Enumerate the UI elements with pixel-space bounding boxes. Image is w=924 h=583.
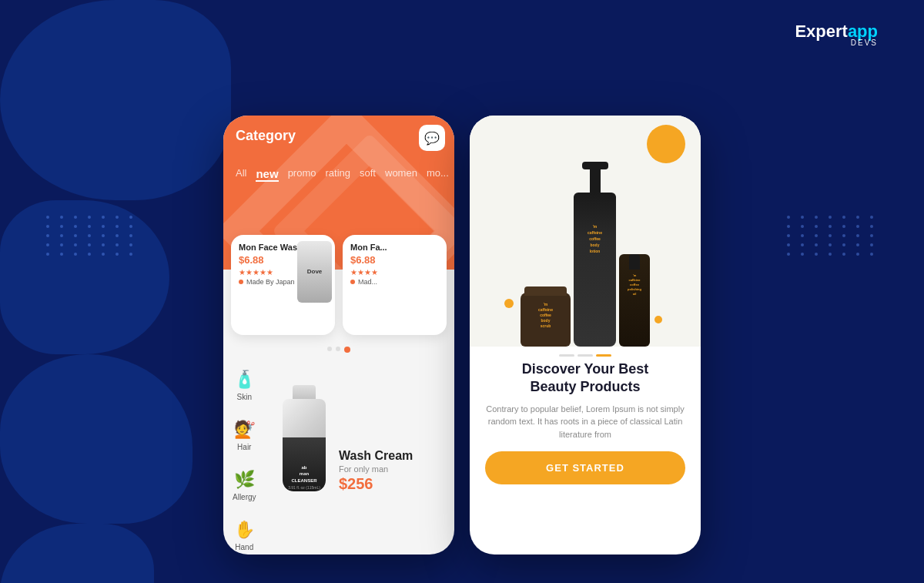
dot-pattern-left [46,216,137,256]
tab-rating[interactable]: rating [326,167,351,182]
tab-more[interactable]: mo... [427,167,449,182]
tab-all[interactable]: All [236,167,246,182]
bottle-label: abmanCLEANSER [283,464,326,484]
tab-promo[interactable]: promo [288,167,316,182]
beauty-title: Discover Your BestBeauty Products [485,360,685,397]
phone-beauty-app: 'mcaffeinecoffeebodyscrub 'mcaffeinecoff… [470,116,701,555]
phone-category-app: Category 💬 All new promo rating soft wom… [223,116,454,555]
phones-container: Category 💬 All new promo rating soft wom… [223,116,701,555]
divider-2[interactable] [578,354,593,357]
category-hand[interactable]: ✋ Hand [233,520,256,551]
bg-blob-topleft [0,0,231,200]
dot-pattern-right [787,216,878,256]
hand-label: Hand [235,543,253,551]
divider-indicator [470,347,701,360]
pump-bottle: 'mcaffeinecoffeebodylotion [574,193,616,347]
wash-cream-bottle: abmanCLEANSER 3.91 fl. oz (115mL) [277,385,331,501]
phone2-content: Discover Your BestBeauty Products Contra… [470,360,701,497]
wash-cream-subtitle: For only man [339,464,447,474]
tab-women[interactable]: women [385,167,417,182]
get-started-button[interactable]: GET STARTED [485,451,685,484]
category-allergy[interactable]: 🌿 Allergy [233,470,256,501]
hair-label: Hair [237,443,251,451]
pump-bottle-container: 'mcaffeinecoffeebodylotion [574,193,616,347]
product2-name: Mon Fa... [350,243,439,252]
bg-blob-bottomleft [0,354,192,524]
wash-cream-price: $256 [339,475,447,493]
indicator-dot-2[interactable] [336,347,340,351]
filter-tabs: All new promo rating soft women mo... [236,167,442,182]
tab-soft[interactable]: soft [360,167,376,182]
allergy-label: Allergy [233,493,256,501]
product-cards-row: Mon Face Wash $6.88 ★★★★★ Made By Japan … [231,235,447,335]
skin-label: Skin [237,393,252,401]
wash-cream-title: Wash Cream [339,449,447,463]
spray-bottle: 'mcaffeinecoffeepolishingoil [619,254,650,347]
hand-icon: ✋ [234,520,255,540]
bottle-cap [293,385,316,400]
indicator-dot-3[interactable] [344,347,350,353]
beauty-products-display: 'mcaffeinecoffeebodyscrub 'mcaffeinecoff… [485,131,685,347]
product-card-1[interactable]: Mon Face Wash $6.88 ★★★★★ Made By Japan … [231,235,335,335]
skin-icon: 🧴 [234,370,255,390]
bottle-size: 3.91 fl. oz (115mL) [283,485,326,490]
chat-icon[interactable]: 💬 [419,125,445,151]
spray-label: 'mcaffeinecoffeepolishingoil [619,273,650,297]
logo-devs-text: DEVS [795,39,878,47]
beauty-description: Contrary to popular belief, Lorem Ipsum … [485,403,685,441]
indicator-dot-1[interactable] [327,347,332,351]
side-categories: 🧴 Skin 💇 Hair 🌿 Allergy ✋ Hand [233,370,256,551]
tab-new[interactable]: new [256,167,278,182]
origin-dot [239,280,243,284]
bottle-dark-part: abmanCLEANSER 3.91 fl. oz (115mL) [283,437,326,491]
spray-cap [629,254,640,270]
pump-head [590,162,601,196]
category-skin[interactable]: 🧴 Skin [233,370,256,401]
scrub-jar-label: 'mcaffeinecoffeebodyscrub [521,302,571,329]
product-card-2[interactable]: Mon Fa... $6.88 ★★★★ Mad... [343,235,447,335]
hair-icon: 💇 [234,420,255,440]
scrub-jar: 'mcaffeinecoffeebodyscrub [521,293,571,347]
product1-image: Dove [297,241,332,303]
allergy-icon: 🌿 [234,470,255,490]
product2-stars: ★★★★ [350,268,439,276]
origin-dot2 [350,280,355,284]
divider-3[interactable] [596,354,611,357]
category-hair[interactable]: 💇 Hair [233,420,256,451]
bottle-body: abmanCLEANSER 3.91 fl. oz (115mL) [283,399,326,491]
divider-1[interactable] [559,354,574,357]
carousel-indicator [327,347,350,353]
category-title: Category [236,128,296,143]
phone2-top-section: 'mcaffeinecoffeebodyscrub 'mcaffeinecoff… [470,116,701,347]
product2-origin: Mad... [350,278,439,286]
wash-cream-info: Wash Cream For only man $256 [339,449,447,501]
wash-cream-product: abmanCLEANSER 3.91 fl. oz (115mL) Wash C… [277,385,447,501]
logo: Expert app DEVS [795,22,878,47]
bg-blob-bottomright [0,524,154,583]
product2-price: $6.88 [350,254,439,266]
pump-label: 'mcaffeinecoffeebodylotion [574,223,616,254]
